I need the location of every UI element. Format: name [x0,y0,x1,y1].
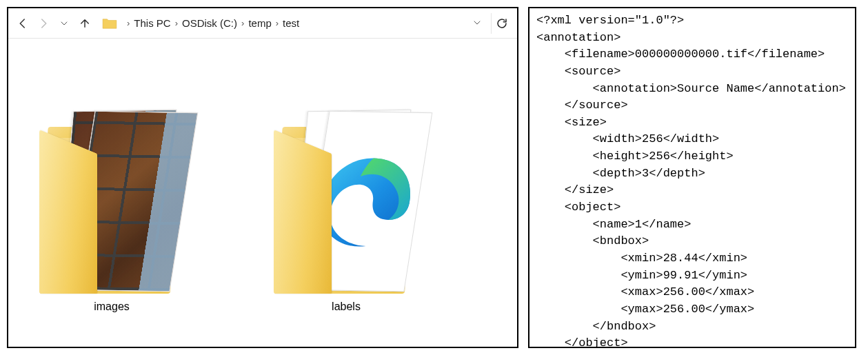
file-explorer-window: › This PC › OSDisk (C:) › temp › test [7,7,518,348]
folder-label: images [94,301,130,313]
address-dropdown-button[interactable] [469,18,485,29]
chevron-right-icon: › [127,18,130,28]
forward-button[interactable] [34,14,52,32]
up-button[interactable] [76,14,94,32]
folder-item-labels[interactable]: labels [270,59,422,313]
folder-label: labels [332,301,361,313]
xml-code-panel: <?xml version="1.0"?> <annotation> <file… [528,7,856,348]
folder-icon [36,59,188,294]
chevron-right-icon: › [175,18,178,28]
xml-text: <?xml version="1.0"?> <annotation> <file… [536,12,848,348]
folder-item-images[interactable]: images [36,59,188,313]
breadcrumb-item[interactable]: test [283,17,299,29]
breadcrumb-item[interactable]: OSDisk (C:) [182,17,237,29]
breadcrumb-item[interactable]: This PC [134,17,170,29]
chevron-right-icon: › [241,18,244,28]
back-button[interactable] [14,14,32,32]
refresh-button[interactable] [491,13,512,34]
breadcrumb-item[interactable]: temp [248,17,271,29]
chevron-right-icon: › [276,18,279,28]
folder-icon [270,59,422,294]
breadcrumb-bar[interactable]: › This PC › OSDisk (C:) › temp › test [124,17,466,29]
address-bar-folder-icon [102,17,117,30]
explorer-content-area[interactable]: images [8,39,517,347]
explorer-toolbar: › This PC › OSDisk (C:) › temp › test [8,8,517,39]
recent-locations-button[interactable] [55,14,73,32]
